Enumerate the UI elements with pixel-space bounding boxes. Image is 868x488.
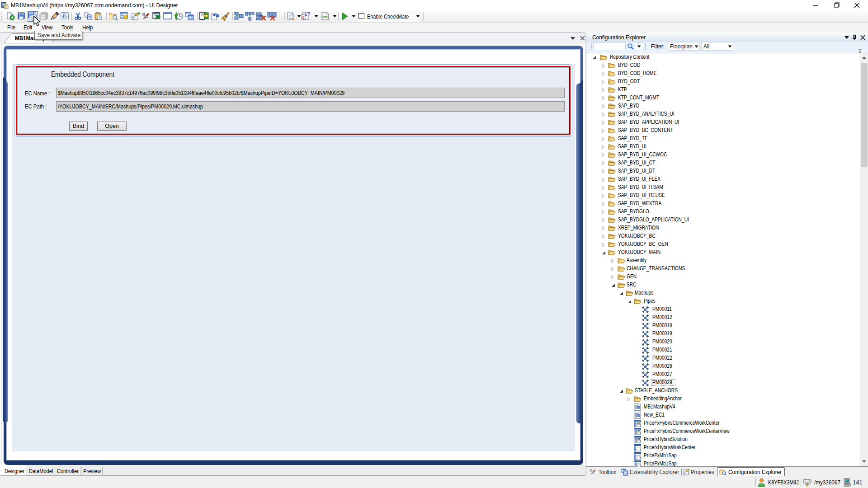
svg-text:xml: xml [322,15,329,19]
svg-text:1: 1 [305,12,307,17]
svg-text:?: ? [307,11,311,16]
svg-text:2: 2 [302,15,305,19]
svg-text:5: 5 [624,472,626,475]
